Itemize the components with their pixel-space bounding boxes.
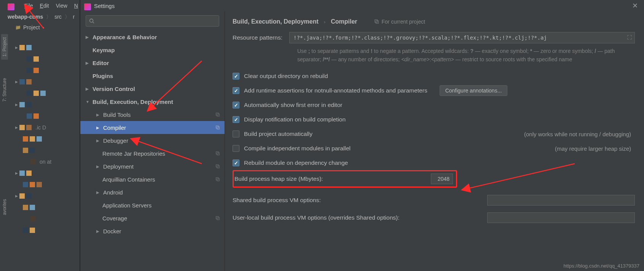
- svg-rect-8: [216, 164, 218, 167]
- svg-rect-15: [376, 21, 378, 23]
- resource-patterns-input[interactable]: !?*.java;!?*.form;!?*.class;!?*.groovy;!…: [289, 32, 635, 43]
- chk-build-notification[interactable]: [233, 116, 239, 123]
- chk-build-auto[interactable]: [233, 131, 239, 137]
- search-input-container[interactable]: [86, 15, 219, 27]
- intellij-logo-icon: [8, 3, 14, 10]
- nav-editor[interactable]: ▶Editor: [80, 56, 225, 69]
- resource-patterns-hint: Use ; to separate patterns and ! to nega…: [297, 47, 635, 64]
- settings-dialog: Settings ✕ ▶Appearance & Behavior Keymap…: [80, 0, 644, 271]
- nav-deployment[interactable]: ▶Deployment: [80, 160, 225, 173]
- watermark: https://blog.csdn.net/qq_41379337: [564, 263, 640, 269]
- scope-icon: [215, 163, 220, 170]
- breadcrumb-root[interactable]: webapp-cbms: [8, 14, 43, 20]
- scope-icon: [215, 176, 220, 183]
- content-breadcrumb-root[interactable]: Build, Execution, Deployment: [233, 18, 319, 25]
- nav-build-exec-deploy[interactable]: ▼Build, Execution, Deployment: [80, 95, 225, 108]
- svg-line-1: [93, 22, 94, 24]
- svg-rect-5: [217, 126, 220, 129]
- settings-content: Build, Execution, Deployment › Compiler …: [225, 11, 644, 271]
- intellij-logo-icon: [84, 3, 91, 10]
- chk-notnull-assert-label: Add runtime assertions for notnull-annot…: [244, 87, 427, 94]
- scope-icon: [215, 215, 220, 222]
- sidetab-structure[interactable]: 7: Structure: [1, 75, 8, 105]
- chk-parallel-label: Compile independent modules in parallel: [244, 145, 351, 152]
- resource-patterns-label: Resource patterns:: [233, 34, 282, 41]
- chk-build-auto-label: Build project automatically: [244, 131, 312, 137]
- nav-app-servers[interactable]: Application Servers: [80, 199, 225, 212]
- chk-notnull-assert[interactable]: [233, 87, 239, 94]
- for-current-project: For current project: [374, 19, 425, 25]
- svg-rect-14: [375, 20, 377, 22]
- chk-auto-first-error-label: Automatically show first error in editor: [244, 102, 342, 108]
- svg-rect-10: [216, 177, 218, 180]
- svg-rect-12: [216, 216, 218, 219]
- chk-parallel-hint: (may require larger heap size): [555, 145, 635, 152]
- sidetab-favorites[interactable]: avorites: [1, 196, 8, 218]
- chk-rebuild-dep[interactable]: [233, 159, 239, 166]
- scope-icon: [215, 124, 220, 131]
- chk-build-notification-label: Display notification on build completion: [244, 116, 346, 123]
- heap-size-highlight: Build process heap size (Mbytes):: [233, 170, 457, 188]
- configure-annotations-button[interactable]: Configure annotations...: [440, 85, 508, 96]
- svg-rect-4: [216, 126, 218, 128]
- dialog-title: Settings: [94, 3, 115, 9]
- nav-plugins[interactable]: Plugins: [80, 69, 225, 82]
- menu-n[interactable]: N: [74, 3, 78, 9]
- chk-build-auto-hint: (only works while not running / debuggin…: [524, 131, 635, 137]
- svg-rect-2: [216, 113, 218, 115]
- breadcrumb: webapp-cbms 〉 src 〉 r: [0, 11, 80, 23]
- scope-icon: [215, 112, 220, 118]
- chk-clear-output-label: Clear output directory on rebuild: [244, 73, 328, 80]
- user-vm-input[interactable]: [487, 212, 635, 223]
- menubar: FFileile EditEdit View N: [0, 0, 80, 11]
- user-vm-label: User-local build process VM options (ove…: [233, 214, 400, 221]
- menu-view[interactable]: View: [56, 3, 67, 9]
- project-tree: ▶ ▶ ▶ ▶.ic D on at ▶ ▶: [11, 42, 80, 271]
- nav-build-tools[interactable]: ▶Build Tools: [80, 108, 225, 121]
- heap-size-label: Build process heap size (Mbytes):: [234, 175, 323, 182]
- chk-rebuild-dep-label: Rebuild module on dependency change: [244, 159, 348, 166]
- chk-clear-output[interactable]: [233, 73, 239, 80]
- content-breadcrumb-leaf: Compiler: [331, 18, 357, 25]
- breadcrumb-r[interactable]: r: [73, 14, 75, 20]
- svg-rect-9: [217, 165, 220, 168]
- nav-appearance[interactable]: ▶Appearance & Behavior: [80, 30, 225, 43]
- nav-coverage[interactable]: Coverage: [80, 212, 225, 225]
- svg-rect-7: [217, 152, 220, 155]
- svg-rect-3: [217, 113, 220, 116]
- settings-nav: ▶Appearance & Behavior Keymap ▶Editor Pl…: [80, 11, 225, 271]
- sidetab-project[interactable]: 1: Project: [1, 34, 8, 60]
- nav-remote-jar[interactable]: Remote Jar Repositories: [80, 147, 225, 160]
- nav-version-control[interactable]: ▶Version Control: [80, 82, 225, 95]
- shared-vm-input[interactable]: [487, 195, 635, 206]
- nav-arquillian[interactable]: Arquillian Containers: [80, 173, 225, 186]
- close-icon[interactable]: ✕: [630, 2, 640, 10]
- expand-icon[interactable]: [627, 35, 632, 41]
- ide-background: FFileile EditEdit View N webapp-cbms 〉 s…: [0, 0, 80, 271]
- project-header[interactable]: Project ▾: [0, 23, 80, 32]
- svg-point-0: [90, 19, 93, 22]
- chk-parallel[interactable]: [233, 145, 239, 152]
- shared-vm-label: Shared build process VM options:: [233, 197, 321, 204]
- menu-file[interactable]: FFileile: [24, 3, 33, 9]
- svg-rect-6: [216, 151, 218, 154]
- search-input[interactable]: [97, 18, 216, 24]
- nav-android[interactable]: ▶Android: [80, 186, 225, 199]
- nav-debugger[interactable]: ▶Debugger: [80, 134, 225, 147]
- nav-compiler[interactable]: ▶Compiler: [80, 121, 225, 134]
- search-icon: [89, 18, 94, 24]
- menu-edit[interactable]: EditEdit: [40, 3, 49, 9]
- scope-icon: [215, 150, 220, 157]
- scope-icon: [374, 19, 379, 24]
- chk-auto-first-error[interactable]: [233, 102, 239, 108]
- nav-keymap[interactable]: Keymap: [80, 43, 225, 56]
- nav-docker[interactable]: ▶Docker: [80, 225, 225, 238]
- svg-rect-13: [217, 217, 220, 220]
- svg-rect-11: [217, 178, 220, 181]
- dialog-titlebar: Settings ✕: [80, 0, 644, 11]
- heap-size-input[interactable]: [431, 174, 453, 184]
- breadcrumb-src[interactable]: src: [54, 14, 62, 20]
